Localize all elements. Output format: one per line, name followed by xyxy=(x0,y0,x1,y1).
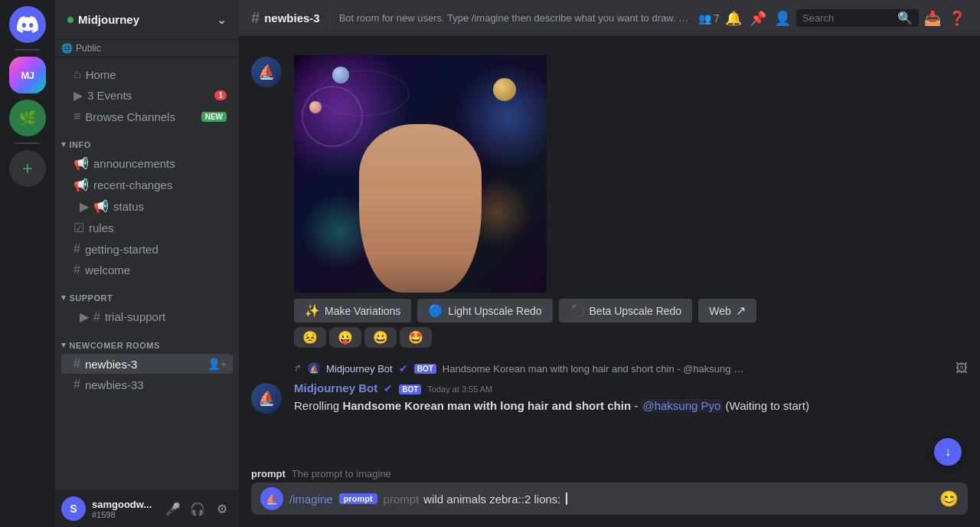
prompt-hint: prompt The prompt to imagine xyxy=(239,465,980,483)
server-divider xyxy=(15,49,40,51)
server-sidebar: MJ 🌿 + xyxy=(0,0,55,527)
input-wrapper[interactable]: ⛵ /imagine prompt prompt wild animals ze… xyxy=(251,483,968,515)
reaction-tired[interactable]: 😣 xyxy=(294,327,326,348)
channel-newbies-33[interactable]: # newbies-33 xyxy=(61,375,233,394)
prompt-label: prompt xyxy=(384,493,420,506)
make-variations-button[interactable]: ✨ Make Variations xyxy=(294,299,411,322)
category-newcomer-rooms[interactable]: ▾ NEWCOMER ROOMS xyxy=(55,328,239,353)
user-controls: 🎤 🎧 ⚙ xyxy=(162,498,233,519)
user-panel: S samgoodw... #1598 🎤 🎧 ⚙ xyxy=(55,490,239,527)
channel-rules[interactable]: ☑ rules xyxy=(61,218,233,238)
discord-home-icon[interactable] xyxy=(9,6,46,43)
channel-getting-started[interactable]: # getting-started xyxy=(61,239,233,259)
status-expand-icon: ▶ xyxy=(80,199,89,214)
reaction-grin[interactable]: 😀 xyxy=(364,327,397,348)
message-content-2: Midjourney Bot ✔ BOT Today at 3:55 AM Re… xyxy=(294,381,968,414)
user-info: samgoodw... #1598 xyxy=(92,499,156,519)
hash-icon: # xyxy=(74,242,80,256)
message-content: ✨ Make Variations 🔵 Light Upscale Redo ⚫… xyxy=(294,55,968,348)
midjourney-server-icon[interactable]: MJ xyxy=(9,57,46,93)
command-badge: prompt xyxy=(339,493,377,504)
ref-avatar: ⛵ xyxy=(308,362,320,375)
chevron-down-icon: ⌄ xyxy=(217,12,227,27)
input-field-content: prompt wild animals zebra::2 lions: xyxy=(384,493,933,506)
message-author-2[interactable]: Midjourney Bot xyxy=(294,381,377,394)
ref-line-icon: ↱ xyxy=(294,363,302,374)
channel-newbies-3[interactable]: # newbies-3 👤+ xyxy=(61,354,233,374)
inbox-icon[interactable]: 📥 xyxy=(922,8,943,29)
message-header-2: Midjourney Bot ✔ BOT Today at 3:55 AM xyxy=(294,381,968,394)
members-icon[interactable]: 👥 7 xyxy=(698,8,720,29)
server-status: 🌐 Public xyxy=(61,43,233,54)
settings-button[interactable]: ⚙ xyxy=(211,498,233,519)
category-support[interactable]: ▾ SUPPORT xyxy=(55,280,239,306)
header-divider xyxy=(329,9,330,28)
beta-upscale-redo-button[interactable]: ⚫ Beta Upscale Redo xyxy=(559,299,693,322)
search-input[interactable] xyxy=(802,12,893,24)
message-input-area: ⛵ /imagine prompt prompt wild animals ze… xyxy=(239,483,980,527)
channel-welcome[interactable]: # welcome xyxy=(61,260,233,280)
new-badge: NEW xyxy=(201,112,227,122)
pin-icon[interactable]: 📌 xyxy=(747,8,769,29)
light-upscale-icon: 🔵 xyxy=(428,303,443,318)
add-member-icon[interactable]: 👤+ xyxy=(207,358,227,370)
add-server-button[interactable]: + xyxy=(9,150,46,187)
ref-message-text: Handsome Korean man with long hair and s… xyxy=(443,363,749,375)
prompt-keyword: prompt xyxy=(251,468,286,480)
hash-icon-3: # xyxy=(93,310,100,324)
events-badge: 1 xyxy=(214,90,227,100)
bot-avatar-2: ⛵ xyxy=(251,383,282,414)
planet1 xyxy=(493,78,516,101)
member-list-icon[interactable]: 👤 xyxy=(772,8,793,29)
home-icon: ⌂ xyxy=(74,67,81,81)
category-info[interactable]: ▾ INFO xyxy=(55,127,239,152)
rules-icon: ☑ xyxy=(74,221,84,235)
message-text-2: Rerolling Handsome Korean man with long … xyxy=(294,398,968,414)
green-server-icon[interactable]: 🌿 xyxy=(9,100,46,136)
message-row-2: ⛵ Midjourney Bot ✔ BOT Today at 3:55 AM … xyxy=(251,378,968,415)
headphones-button[interactable]: 🎧 xyxy=(187,498,208,519)
collapse-icon: ▾ xyxy=(61,139,67,149)
message-time-2: Today at 3:55 AM xyxy=(427,385,492,394)
reactions: 😣 😛 😀 🤩 xyxy=(294,327,968,348)
slash-command: /imagine xyxy=(289,493,333,506)
nav-events[interactable]: ▶ 3 Events 1 xyxy=(61,85,233,106)
reaction-starstruck[interactable]: 🤩 xyxy=(400,327,432,348)
megaphone-icon-2: 📢 xyxy=(74,178,89,192)
channel-trial-support[interactable]: ▶ # trial-support xyxy=(61,306,233,327)
nav-browse[interactable]: ≡ Browse Channels NEW xyxy=(61,106,233,126)
reaction-tongue[interactable]: 😛 xyxy=(329,327,361,348)
scroll-to-bottom-button[interactable]: ↓ xyxy=(934,438,962,466)
search-icon: 🔍 xyxy=(897,11,913,25)
channel-recent-changes[interactable]: 📢 recent-changes xyxy=(61,175,233,195)
online-indicator xyxy=(67,17,74,23)
hash-icon-5: # xyxy=(74,378,80,391)
channel-description: Bot room for new users. Type /imagine th… xyxy=(339,12,689,24)
main-content: # newbies-3 Bot room for new users. Type… xyxy=(239,0,980,527)
bot-avatar: ⛵ xyxy=(251,57,282,87)
light-upscale-redo-button[interactable]: 🔵 Light Upscale Redo xyxy=(417,299,552,322)
prompt-hint-text: The prompt to imagine xyxy=(292,468,391,480)
message-image xyxy=(294,55,547,293)
image-ref-icon: 🖼 xyxy=(956,362,968,375)
channel-announcements[interactable]: 📢 announcements xyxy=(61,153,233,174)
events-icon: ▶ xyxy=(74,88,83,103)
help-icon[interactable]: ❓ xyxy=(946,8,968,29)
verified-icon: ✔ xyxy=(399,362,408,375)
text-cursor xyxy=(566,493,567,505)
web-button[interactable]: Web ↗ xyxy=(698,299,756,322)
nav-home[interactable]: ⌂ Home xyxy=(61,64,233,84)
collapse-icon-3: ▾ xyxy=(61,340,67,350)
action-buttons: ✨ Make Variations 🔵 Light Upscale Redo ⚫… xyxy=(294,299,968,322)
hash-icon-4: # xyxy=(74,357,80,371)
microphone-button[interactable]: 🎤 xyxy=(162,498,184,519)
emoji-button[interactable]: 😊 xyxy=(939,489,959,508)
notification-icon[interactable]: 🔔 xyxy=(723,8,744,29)
channel-sidebar: Midjourney ⌄ 🌐 Public ⌂ Home ▶ 3 Events … xyxy=(55,0,239,527)
server-header[interactable]: Midjourney ⌄ xyxy=(55,0,239,40)
hash-symbol: # xyxy=(251,9,260,27)
channel-list: ⌂ Home ▶ 3 Events 1 ≡ Browse Channels NE… xyxy=(55,57,239,490)
search-bar[interactable]: 🔍 xyxy=(796,9,919,27)
chat-area: ⛵ xyxy=(239,37,980,465)
channel-status[interactable]: ▶ 📢 status xyxy=(61,196,233,217)
